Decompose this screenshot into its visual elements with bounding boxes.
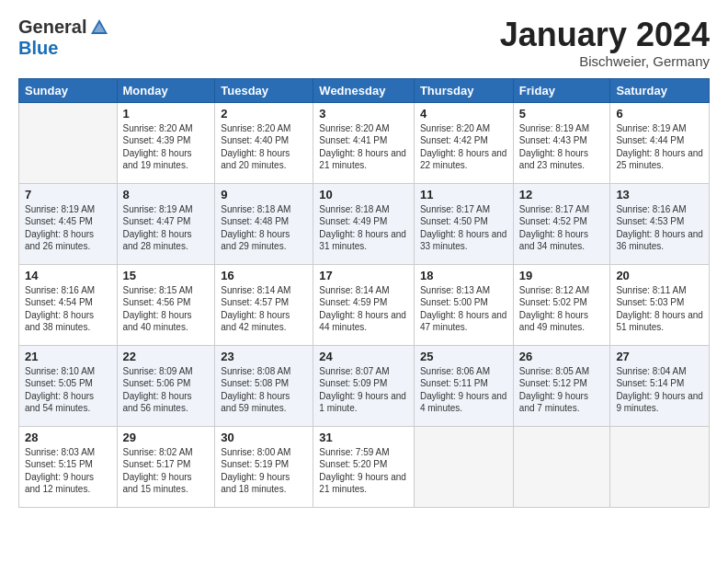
day-number: 23: [221, 350, 307, 363]
calendar-cell: 25Sunrise: 8:06 AM Sunset: 5:11 PM Dayli…: [414, 345, 513, 426]
header: General Blue January 2024 Bischweier, Ge…: [18, 17, 710, 69]
calendar-cell: 29Sunrise: 8:02 AM Sunset: 5:17 PM Dayli…: [117, 426, 215, 507]
calendar-cell: 8Sunrise: 8:19 AM Sunset: 4:47 PM Daylig…: [117, 183, 215, 264]
location: Bischweier, Germany: [500, 53, 710, 69]
header-friday: Friday: [513, 78, 610, 102]
week-row-0: 1Sunrise: 8:20 AM Sunset: 4:39 PM Daylig…: [19, 102, 710, 183]
day-info: Sunrise: 8:18 AM Sunset: 4:49 PM Dayligh…: [319, 203, 408, 253]
calendar-cell: 10Sunrise: 8:18 AM Sunset: 4:49 PM Dayli…: [313, 183, 415, 264]
calendar: SundayMondayTuesdayWednesdayThursdayFrid…: [18, 78, 710, 508]
logo-blue: Blue: [18, 38, 58, 59]
day-info: Sunrise: 8:15 AM Sunset: 4:56 PM Dayligh…: [123, 284, 210, 334]
day-number: 2: [221, 107, 307, 121]
day-number: 12: [519, 188, 605, 201]
header-saturday: Saturday: [610, 78, 710, 102]
header-thursday: Thursday: [414, 78, 513, 102]
day-number: 28: [25, 431, 111, 444]
logo: General Blue: [18, 17, 109, 59]
day-number: 20: [616, 269, 703, 282]
calendar-cell: 6Sunrise: 8:19 AM Sunset: 4:44 PM Daylig…: [610, 102, 710, 183]
day-info: Sunrise: 8:12 AM Sunset: 5:02 PM Dayligh…: [519, 284, 605, 334]
day-info: Sunrise: 8:17 AM Sunset: 4:50 PM Dayligh…: [420, 203, 507, 253]
day-number: 16: [221, 269, 307, 282]
day-number: 22: [123, 350, 210, 363]
day-number: 25: [420, 350, 507, 363]
calendar-cell: 17Sunrise: 8:14 AM Sunset: 4:59 PM Dayli…: [313, 264, 415, 345]
day-info: Sunrise: 7:59 AM Sunset: 5:20 PM Dayligh…: [319, 446, 408, 496]
day-info: Sunrise: 8:19 AM Sunset: 4:47 PM Dayligh…: [123, 203, 210, 253]
day-number: 7: [25, 188, 111, 201]
day-info: Sunrise: 8:18 AM Sunset: 4:48 PM Dayligh…: [221, 203, 307, 253]
day-number: 6: [616, 107, 703, 121]
day-number: 3: [319, 107, 408, 121]
calendar-cell: 7Sunrise: 8:19 AM Sunset: 4:45 PM Daylig…: [19, 183, 118, 264]
day-info: Sunrise: 8:02 AM Sunset: 5:17 PM Dayligh…: [123, 446, 210, 496]
day-info: Sunrise: 8:20 AM Sunset: 4:41 PM Dayligh…: [319, 122, 408, 172]
calendar-cell: 18Sunrise: 8:13 AM Sunset: 5:00 PM Dayli…: [414, 264, 513, 345]
calendar-cell: [513, 426, 610, 507]
calendar-cell: 20Sunrise: 8:11 AM Sunset: 5:03 PM Dayli…: [610, 264, 710, 345]
day-info: Sunrise: 8:17 AM Sunset: 4:52 PM Dayligh…: [519, 203, 605, 253]
calendar-cell: 16Sunrise: 8:14 AM Sunset: 4:57 PM Dayli…: [215, 264, 313, 345]
calendar-cell: 14Sunrise: 8:16 AM Sunset: 4:54 PM Dayli…: [19, 264, 118, 345]
day-number: 21: [25, 350, 111, 363]
calendar-cell: 11Sunrise: 8:17 AM Sunset: 4:50 PM Dayli…: [414, 183, 513, 264]
day-info: Sunrise: 8:16 AM Sunset: 4:53 PM Dayligh…: [616, 203, 703, 253]
day-number: 13: [616, 188, 703, 201]
day-number: 27: [616, 350, 703, 363]
day-number: 14: [25, 269, 111, 282]
calendar-header-row: SundayMondayTuesdayWednesdayThursdayFrid…: [19, 78, 710, 102]
day-number: 8: [123, 188, 210, 201]
day-info: Sunrise: 8:09 AM Sunset: 5:06 PM Dayligh…: [123, 365, 210, 415]
week-row-3: 21Sunrise: 8:10 AM Sunset: 5:05 PM Dayli…: [19, 345, 710, 426]
day-info: Sunrise: 8:19 AM Sunset: 4:44 PM Dayligh…: [616, 122, 703, 172]
calendar-cell: 3Sunrise: 8:20 AM Sunset: 4:41 PM Daylig…: [313, 102, 415, 183]
day-number: 31: [319, 431, 408, 444]
day-info: Sunrise: 8:13 AM Sunset: 5:00 PM Dayligh…: [420, 284, 507, 334]
logo-icon: [89, 17, 109, 38]
day-number: 19: [519, 269, 605, 282]
calendar-cell: 27Sunrise: 8:04 AM Sunset: 5:14 PM Dayli…: [610, 345, 710, 426]
calendar-cell: [19, 102, 118, 183]
calendar-cell: 21Sunrise: 8:10 AM Sunset: 5:05 PM Dayli…: [19, 345, 118, 426]
calendar-cell: 26Sunrise: 8:05 AM Sunset: 5:12 PM Dayli…: [513, 345, 610, 426]
day-info: Sunrise: 8:05 AM Sunset: 5:12 PM Dayligh…: [519, 365, 605, 415]
week-row-2: 14Sunrise: 8:16 AM Sunset: 4:54 PM Dayli…: [19, 264, 710, 345]
header-monday: Monday: [117, 78, 215, 102]
header-wednesday: Wednesday: [313, 78, 415, 102]
calendar-cell: 13Sunrise: 8:16 AM Sunset: 4:53 PM Dayli…: [610, 183, 710, 264]
day-info: Sunrise: 8:16 AM Sunset: 4:54 PM Dayligh…: [25, 284, 111, 334]
header-tuesday: Tuesday: [215, 78, 313, 102]
day-info: Sunrise: 8:19 AM Sunset: 4:43 PM Dayligh…: [519, 122, 605, 172]
page: General Blue January 2024 Bischweier, Ge…: [0, 0, 728, 563]
day-number: 26: [519, 350, 605, 363]
day-info: Sunrise: 8:19 AM Sunset: 4:45 PM Dayligh…: [25, 203, 111, 253]
day-info: Sunrise: 8:20 AM Sunset: 4:42 PM Dayligh…: [420, 122, 507, 172]
calendar-cell: 22Sunrise: 8:09 AM Sunset: 5:06 PM Dayli…: [117, 345, 215, 426]
calendar-cell: 4Sunrise: 8:20 AM Sunset: 4:42 PM Daylig…: [414, 102, 513, 183]
calendar-cell: [414, 426, 513, 507]
day-number: 9: [221, 188, 307, 201]
day-info: Sunrise: 8:10 AM Sunset: 5:05 PM Dayligh…: [25, 365, 111, 415]
day-info: Sunrise: 8:04 AM Sunset: 5:14 PM Dayligh…: [616, 365, 703, 415]
day-number: 24: [319, 350, 408, 363]
calendar-cell: 1Sunrise: 8:20 AM Sunset: 4:39 PM Daylig…: [117, 102, 215, 183]
calendar-cell: 19Sunrise: 8:12 AM Sunset: 5:02 PM Dayli…: [513, 264, 610, 345]
day-number: 1: [123, 107, 210, 121]
day-number: 5: [519, 107, 605, 121]
day-info: Sunrise: 8:20 AM Sunset: 4:40 PM Dayligh…: [221, 122, 307, 172]
calendar-cell: 9Sunrise: 8:18 AM Sunset: 4:48 PM Daylig…: [215, 183, 313, 264]
month-title: January 2024: [500, 17, 710, 53]
calendar-cell: 31Sunrise: 7:59 AM Sunset: 5:20 PM Dayli…: [313, 426, 415, 507]
day-info: Sunrise: 8:14 AM Sunset: 4:57 PM Dayligh…: [221, 284, 307, 334]
calendar-cell: 28Sunrise: 8:03 AM Sunset: 5:15 PM Dayli…: [19, 426, 118, 507]
calendar-cell: 2Sunrise: 8:20 AM Sunset: 4:40 PM Daylig…: [215, 102, 313, 183]
calendar-cell: 5Sunrise: 8:19 AM Sunset: 4:43 PM Daylig…: [513, 102, 610, 183]
week-row-1: 7Sunrise: 8:19 AM Sunset: 4:45 PM Daylig…: [19, 183, 710, 264]
day-info: Sunrise: 8:08 AM Sunset: 5:08 PM Dayligh…: [221, 365, 307, 415]
day-number: 18: [420, 269, 507, 282]
day-info: Sunrise: 8:07 AM Sunset: 5:09 PM Dayligh…: [319, 365, 408, 415]
day-info: Sunrise: 8:03 AM Sunset: 5:15 PM Dayligh…: [25, 446, 111, 496]
day-info: Sunrise: 8:14 AM Sunset: 4:59 PM Dayligh…: [319, 284, 408, 334]
day-info: Sunrise: 8:20 AM Sunset: 4:39 PM Dayligh…: [123, 122, 210, 172]
